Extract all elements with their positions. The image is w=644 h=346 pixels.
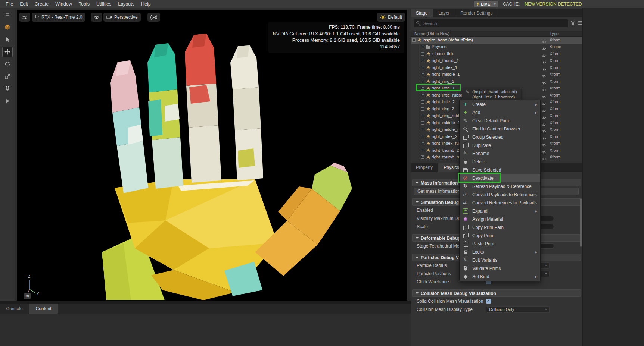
expand-toggle[interactable] [421, 114, 424, 117]
scale-tool-icon[interactable] [2, 71, 13, 82]
menu-item[interactable]: Edit [16, 0, 31, 8]
collapse-triangle-icon[interactable] [416, 237, 419, 239]
expand-toggle[interactable] [421, 52, 424, 56]
south-tab[interactable]: Console [0, 304, 29, 314]
snap-tool-icon[interactable] [2, 84, 13, 94]
menu-item[interactable]: Window [52, 0, 75, 8]
rotate-tool-icon[interactable] [2, 59, 13, 69]
search-input[interactable] [423, 19, 564, 27]
context-menu-item[interactable]: Edit Variants ▶ [460, 256, 540, 264]
stage-tree-row[interactable]: right_thumb_1 Xform [411, 57, 582, 65]
context-menu-item[interactable]: Copy Prim Path ▶ [460, 223, 540, 232]
collapse-triangle-icon[interactable] [416, 201, 419, 203]
context-menu-item[interactable]: Delete ▶ [460, 158, 540, 166]
expand-toggle[interactable] [421, 59, 424, 62]
expand-toggle[interactable] [421, 107, 424, 111]
filter-funnel-icon[interactable] [570, 21, 576, 25]
south-tab[interactable]: Content [29, 304, 58, 314]
panel-tab[interactable]: Property [411, 163, 438, 172]
context-menu-item[interactable]: Clear Default Prim ▶ [460, 117, 540, 125]
viewport-canvas[interactable]: RTX - Real-Time 2.0 Perspective [17, 10, 407, 301]
expand-toggle[interactable] [421, 94, 424, 97]
unit-badge[interactable]: m [24, 293, 31, 299]
search-box[interactable] [414, 19, 568, 27]
context-menu-item[interactable]: Convert Payloads to References ▶ [460, 191, 540, 199]
renderer-selector[interactable]: RTX - Real-Time 2.0 [32, 13, 85, 22]
context-menu-item[interactable]: Rename ▶ [460, 150, 540, 158]
context-menu-item[interactable]: Assign Material ▶ [460, 215, 540, 223]
expand-toggle[interactable] [421, 155, 424, 159]
checkbox[interactable] [486, 299, 491, 304]
stage-tree-row[interactable]: right_middle_1 Xform [411, 71, 582, 78]
context-menu-item[interactable]: Refresh Payload & Reference ▶ [460, 182, 540, 191]
visibility-eye-icon[interactable] [541, 155, 546, 162]
panel-tab[interactable]: Layer [433, 9, 455, 17]
stage-tree-row[interactable]: right_index_1 Xform [411, 64, 582, 71]
context-menu-item[interactable]: Find in Content Browser ▶ [460, 125, 540, 133]
prim-name: right_thumb_1 [432, 58, 459, 63]
context-menu-item[interactable]: Set Kind ▶ [460, 273, 540, 281]
menu-item-icon [463, 217, 468, 222]
expand-toggle[interactable] [421, 149, 424, 152]
context-menu-item[interactable]: Add ▶ [460, 108, 540, 117]
prim-icon [426, 59, 431, 63]
expand-toggle[interactable] [421, 135, 424, 138]
menu-item[interactable]: Utilities [93, 0, 115, 8]
stage-tree-row[interactable]: Physics Scope [411, 44, 582, 51]
expand-toggle[interactable] [421, 80, 424, 83]
menu-item[interactable]: Help [138, 0, 154, 8]
context-menu-item[interactable]: Paste Prim ▶ [460, 240, 540, 248]
context-menu-item[interactable]: Expand ▶ [460, 207, 540, 215]
collapse-triangle-icon[interactable] [416, 257, 419, 258]
stage-tree-row[interactable]: inspire_hand (defaultPrim) Xform [411, 37, 582, 44]
dropdown-arrow-icon[interactable]: ▼ [545, 264, 547, 267]
context-menu-item[interactable]: Copy Prim ▶ [460, 232, 540, 240]
expand-toggle[interactable] [421, 66, 424, 69]
visibility-button[interactable] [91, 13, 102, 22]
expand-toggle[interactable] [421, 73, 424, 76]
section-header[interactable]: Collision Mesh Debug Visualization [412, 289, 581, 297]
asset-cube-icon[interactable] [2, 22, 13, 32]
menu-item[interactable]: Tools [75, 0, 93, 8]
stage-tree-row[interactable]: r_base_link Xform [411, 50, 582, 57]
camera-selector[interactable]: Perspective [103, 13, 141, 22]
context-menu-item[interactable]: Create ▶ [460, 100, 540, 108]
name-column-header[interactable]: Name (Old to New) [414, 31, 449, 36]
hamburger-menu-icon[interactable] [2, 10, 13, 20]
new-version-notice[interactable]: NEW VERSION DETECTED [525, 1, 582, 7]
play-icon[interactable] [2, 96, 13, 106]
live-button[interactable]: LIVE ▾ [474, 1, 498, 7]
context-menu-item[interactable]: Duplicate ▶ [460, 141, 540, 150]
context-menu-item[interactable]: Convert References to Payloads ▶ [460, 199, 540, 207]
hand-model[interactable] [17, 10, 407, 301]
dropdown-arrow-icon[interactable]: ▼ [545, 272, 547, 275]
svg-text:Y: Y [37, 292, 39, 296]
lighting-selector[interactable]: Default [377, 13, 405, 22]
context-menu-item[interactable]: Validate Prims ▶ [460, 264, 540, 273]
viewport-settings-button[interactable] [19, 13, 30, 22]
expand-toggle[interactable] [421, 100, 424, 104]
expand-toggle[interactable] [421, 45, 424, 48]
expand-toggle[interactable] [412, 38, 416, 42]
menu-item[interactable]: Create [31, 0, 52, 8]
collapse-triangle-icon[interactable] [416, 182, 419, 184]
panel-tab[interactable]: Stage [411, 9, 433, 17]
select-tool-icon[interactable] [2, 34, 13, 45]
menu-item[interactable]: Layouts [115, 0, 138, 8]
menu-item[interactable]: File [2, 0, 16, 8]
move-tool-icon[interactable] [2, 47, 13, 57]
live-caret-icon[interactable]: ▾ [492, 2, 496, 6]
panel-tab[interactable]: Render Settings [455, 9, 498, 17]
dropdown[interactable]: Collision Only▼ [486, 306, 550, 313]
expand-toggle[interactable] [421, 121, 424, 125]
context-menu-item[interactable]: Group Selected ▶ [460, 133, 540, 141]
dropdown-arrow-icon[interactable]: ▼ [545, 308, 547, 311]
stat-line: NVIDIA GeForce RTX 4090: 1.1 GiB used, 1… [273, 31, 400, 38]
emitter-button[interactable] [147, 13, 160, 22]
expand-toggle[interactable] [421, 142, 424, 145]
expand-toggle[interactable] [421, 128, 424, 131]
context-menu-item[interactable]: Locks ▶ [460, 248, 540, 256]
collapse-triangle-icon[interactable] [416, 292, 419, 294]
type-column-header[interactable]: Type [550, 31, 559, 36]
scrollbar-thumb[interactable] [580, 198, 582, 247]
